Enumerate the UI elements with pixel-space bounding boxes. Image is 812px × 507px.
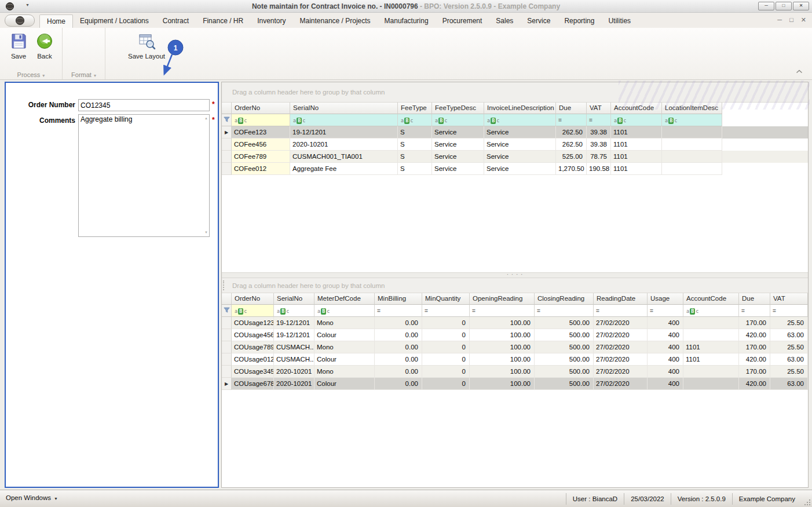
grid-cell[interactable]: 0 — [422, 341, 470, 353]
grid-cell[interactable]: 78.75 — [587, 151, 611, 163]
grid-cell[interactable]: 25.50 — [770, 341, 808, 353]
grid-cell[interactable]: COUsage345 — [232, 366, 274, 378]
grid-cell[interactable]: 25.50 — [770, 317, 808, 329]
grid-cell[interactable]: 19-12/1201 — [290, 126, 398, 138]
column-header-minquantity[interactable]: MinQuantity — [422, 293, 470, 305]
grid-cell[interactable]: Colour — [314, 378, 375, 390]
column-header-serialno[interactable]: SerialNo — [290, 103, 398, 114]
grid-cell[interactable]: 0.00 — [375, 366, 422, 378]
row-indicator-cell[interactable] — [222, 341, 232, 353]
comments-input[interactable]: Aggregate billing — [78, 114, 210, 237]
tab-reporting[interactable]: Reporting — [557, 14, 601, 28]
grid-cell[interactable]: 27/02/2020 — [594, 317, 648, 329]
order-number-input[interactable] — [78, 99, 210, 111]
grid-cell[interactable]: 400 — [648, 329, 683, 341]
grid-cell[interactable]: Aggregate Fee — [290, 163, 398, 175]
grid-cell[interactable]: 0 — [422, 329, 470, 341]
grid-cell[interactable]: COUsage456 — [232, 329, 274, 341]
grid-cell[interactable]: Service — [484, 163, 556, 175]
tab-service[interactable]: Service — [520, 14, 557, 28]
column-header-due[interactable]: Due — [556, 103, 587, 114]
grid-cell[interactable]: CUSMACH... — [274, 353, 314, 366]
column-header-usage[interactable]: Usage — [648, 293, 683, 305]
app-menu-button[interactable] — [5, 14, 35, 27]
row-indicator-cell[interactable] — [222, 353, 232, 366]
grid-cell[interactable]: 420.00 — [739, 353, 770, 366]
grid-cell[interactable]: 1101 — [683, 353, 739, 366]
grid-cell[interactable]: 100.00 — [470, 341, 535, 353]
filter-cell-minbilling[interactable]: = — [375, 305, 422, 317]
column-header-accountcode[interactable]: AccountCode — [611, 103, 662, 114]
column-header-orderno[interactable]: OrderNo — [232, 293, 274, 305]
row-indicator-cell[interactable] — [222, 366, 232, 378]
grid-cell[interactable]: 100.00 — [470, 366, 535, 378]
filter-cell-readingdate[interactable]: = — [594, 305, 648, 317]
grid-cell[interactable]: Service — [432, 151, 484, 163]
column-header-readingdate[interactable]: ReadingDate — [594, 293, 648, 305]
grid-cell[interactable]: 170.00 — [739, 341, 770, 353]
grid-cell[interactable]: 100.00 — [470, 329, 535, 341]
grid-cell[interactable]: 0.00 — [375, 317, 422, 329]
grid-cell[interactable]: COFee456 — [232, 138, 290, 151]
grid-cell[interactable]: 525.00 — [556, 151, 587, 163]
grid-cell[interactable]: Colour — [314, 353, 375, 366]
close-button[interactable]: ✕ — [793, 2, 809, 10]
usage-groupby-bar[interactable]: Drag a column header here to group by th… — [222, 278, 808, 293]
grid-cell[interactable]: S — [398, 138, 432, 151]
grid-cell[interactable]: S — [398, 163, 432, 175]
column-header-orderno[interactable]: OrderNo — [232, 103, 290, 114]
grid-cell[interactable]: 500.00 — [535, 353, 594, 366]
tab-utilities[interactable]: Utilities — [601, 14, 638, 28]
grid-cell[interactable]: 420.00 — [739, 329, 770, 341]
grid-cell[interactable]: COUsage012 — [232, 353, 274, 366]
filter-cell-accountcode[interactable]: aBc — [683, 305, 739, 317]
grid-splitter[interactable]: · · · · — [222, 272, 808, 278]
column-header-accountcode[interactable]: AccountCode — [683, 293, 739, 305]
grid-cell[interactable] — [683, 329, 739, 341]
grid-cell[interactable]: 100.00 — [470, 378, 535, 390]
grid-cell[interactable] — [662, 163, 722, 175]
grid-cell[interactable]: 1101 — [611, 138, 662, 151]
doc-minimize-icon[interactable]: ─ — [777, 16, 782, 24]
grid-cell[interactable] — [683, 378, 739, 390]
tab-equipment-locations[interactable]: Equipment / Locations — [73, 14, 156, 28]
grid-cell[interactable] — [662, 151, 722, 163]
column-header-meterdefcode[interactable]: MeterDefCode — [314, 293, 375, 305]
grid-cell[interactable]: COUsage789 — [232, 341, 274, 353]
grid-cell[interactable]: COFee012 — [232, 163, 290, 175]
grid-cell[interactable]: COUsage678 — [232, 378, 274, 390]
column-header-minbilling[interactable]: MinBilling — [375, 293, 422, 305]
grid-cell[interactable]: 63.00 — [770, 378, 808, 390]
grid-cell[interactable]: COFee123 — [232, 126, 290, 138]
grid-cell[interactable]: 2020-10201 — [290, 138, 398, 151]
save-layout-button[interactable]: Save Layout — [127, 32, 166, 60]
filter-cell-orderno[interactable]: aBc — [232, 305, 274, 317]
grid-cell[interactable]: 170.00 — [739, 366, 770, 378]
grid-cell[interactable]: 1,270.50 — [556, 163, 587, 175]
column-header-vat[interactable]: VAT — [770, 293, 808, 305]
filter-cell-feetype[interactable]: aBc — [398, 114, 432, 126]
tab-manufacturing[interactable]: Manufacturing — [378, 14, 436, 28]
back-button[interactable]: Back — [32, 32, 57, 60]
filter-cell-meterdefcode[interactable]: aBc — [314, 305, 375, 317]
grid-cell[interactable]: 400 — [648, 378, 683, 390]
scroll-up-icon[interactable]: ▲ — [204, 116, 208, 120]
grid-cell[interactable]: 500.00 — [535, 317, 594, 329]
filter-cell-serialno[interactable]: aBc — [274, 305, 314, 317]
grid-cell[interactable]: Service — [484, 138, 556, 151]
tab-inventory[interactable]: Inventory — [250, 14, 292, 28]
grid-cell[interactable]: 0.00 — [375, 353, 422, 366]
panel-drag-handle[interactable] — [223, 280, 225, 290]
filter-cell-locationitemdesc[interactable]: aBc — [662, 114, 722, 126]
grid-cell[interactable]: 170.00 — [739, 317, 770, 329]
grid-cell[interactable]: 1101 — [683, 341, 739, 353]
grid-cell[interactable]: Mono — [314, 317, 375, 329]
grid-cell[interactable]: Mono — [314, 366, 375, 378]
doc-restore-icon[interactable]: □ — [789, 16, 793, 24]
grid-cell[interactable]: 39.38 — [587, 138, 611, 151]
filter-cell-orderno[interactable]: aBc — [232, 114, 290, 126]
column-header-due[interactable]: Due — [739, 293, 770, 305]
grid-cell[interactable]: 500.00 — [535, 378, 594, 390]
grid-cell[interactable]: 100.00 — [470, 353, 535, 366]
grid-cell[interactable]: 2020-10201 — [274, 366, 314, 378]
